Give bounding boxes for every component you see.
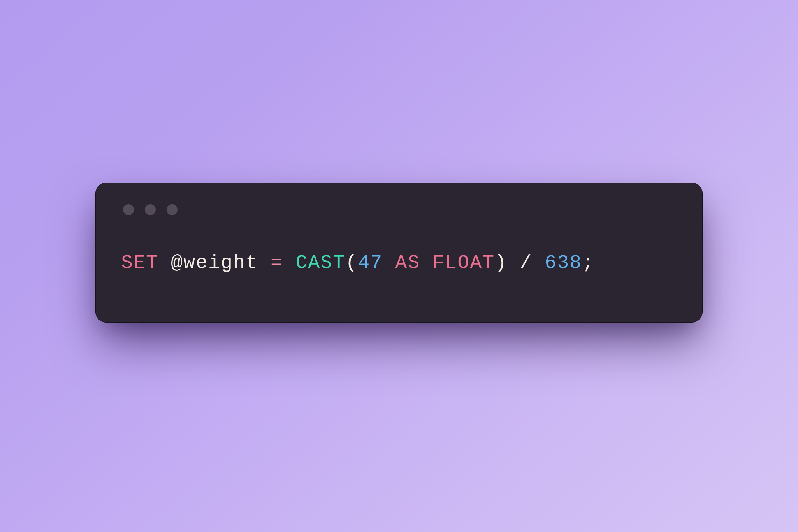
window-close-dot[interactable] (123, 204, 134, 215)
token-number-638: 638 (545, 252, 582, 274)
token-space (532, 252, 545, 274)
token-semicolon: ; (582, 252, 594, 274)
token-keyword-set: SET (121, 252, 158, 274)
code-block: SET @weight = CAST(47 AS FLOAT) / 638; (121, 250, 679, 276)
token-space (507, 252, 520, 274)
token-operator-equals: = (271, 252, 283, 274)
token-paren-close: ) (495, 252, 507, 274)
token-operator-slash: / (520, 252, 532, 274)
token-space (258, 252, 271, 274)
token-space (283, 252, 295, 274)
code-window: SET @weight = CAST(47 AS FLOAT) / 638; (95, 183, 703, 323)
token-variable-weight: @weight (171, 252, 258, 274)
token-space (383, 252, 395, 274)
token-paren-open: ( (345, 252, 358, 274)
token-type-float: FLOAT (432, 252, 495, 274)
token-number-47: 47 (358, 252, 383, 274)
window-zoom-dot[interactable] (167, 204, 178, 215)
window-traffic-lights (123, 204, 679, 215)
token-space (158, 252, 171, 274)
token-function-cast: CAST (295, 252, 345, 274)
token-keyword-as: AS (395, 252, 420, 274)
token-space (420, 252, 432, 274)
window-minimize-dot[interactable] (145, 204, 156, 215)
